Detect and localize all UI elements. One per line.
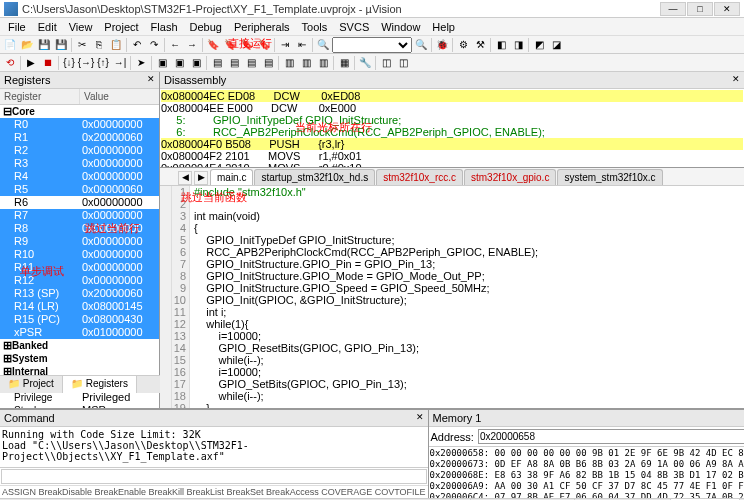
copy-icon[interactable]: ⎘ xyxy=(91,37,107,53)
code-line[interactable]: { xyxy=(194,222,744,234)
disasm-line[interactable]: 6: RCC_APB2PeriphClockCmd(RCC_APB2Periph… xyxy=(161,126,743,138)
tab-nav-fwd-icon[interactable]: ▶ xyxy=(194,171,208,185)
config-icon[interactable]: ⚙ xyxy=(455,37,471,53)
code-line[interactable]: GPIO_InitStructure.GPIO_Speed = GPIO_Spe… xyxy=(194,282,744,294)
menu-file[interactable]: File xyxy=(2,19,32,35)
registers-window-icon[interactable]: ▤ xyxy=(209,55,225,71)
code-line[interactable] xyxy=(194,198,744,210)
command-input[interactable] xyxy=(1,469,427,484)
open-icon[interactable]: 📂 xyxy=(19,37,35,53)
build-icon[interactable]: ⚒ xyxy=(472,37,488,53)
nav-fwd-icon[interactable]: → xyxy=(184,37,200,53)
register-row[interactable]: R14 (LR)0x08000145 xyxy=(0,300,159,313)
find-in-files-icon[interactable]: 🔍 xyxy=(413,37,429,53)
disasm-line[interactable]: 0x080004EC ED08 DCW 0xED08 xyxy=(161,90,743,102)
step-into-icon[interactable]: {↓} xyxy=(61,55,77,71)
code-line[interactable]: } xyxy=(194,402,744,408)
menu-help[interactable]: Help xyxy=(426,19,461,35)
menu-edit[interactable]: Edit xyxy=(32,19,63,35)
redo-icon[interactable]: ↷ xyxy=(146,37,162,53)
menu-flash[interactable]: Flash xyxy=(145,19,184,35)
new-icon[interactable]: 📄 xyxy=(2,37,18,53)
symbols-icon[interactable]: ▣ xyxy=(188,55,204,71)
source-tab[interactable]: system_stm32f10x.c xyxy=(557,169,662,185)
extra2-icon[interactable]: ◫ xyxy=(395,55,411,71)
tool4-icon[interactable]: ◪ xyxy=(548,37,564,53)
memory-addr-input[interactable] xyxy=(478,429,744,444)
menu-view[interactable]: View xyxy=(63,19,99,35)
callstack-window-icon[interactable]: ▤ xyxy=(226,55,242,71)
register-row[interactable]: R100x00000000 xyxy=(0,248,159,261)
disasm-line[interactable]: 0x080004F2 2101 MOVS r1,#0x01 xyxy=(161,150,743,162)
register-row[interactable]: R90x00000000 xyxy=(0,235,159,248)
register-row[interactable]: R120x00000000 xyxy=(0,274,159,287)
register-group[interactable]: ⊞Banked xyxy=(0,339,159,352)
registers-close-icon[interactable]: ✕ xyxy=(147,74,155,86)
debug-icon[interactable]: 🐞 xyxy=(434,37,450,53)
watch-window-icon[interactable]: ▤ xyxy=(243,55,259,71)
menu-project[interactable]: Project xyxy=(98,19,144,35)
extra1-icon[interactable]: ◫ xyxy=(378,55,394,71)
register-row[interactable]: StackMSP xyxy=(0,404,159,408)
analysis-window-icon[interactable]: ▥ xyxy=(298,55,314,71)
menu-peripherals[interactable]: Peripherals xyxy=(228,19,296,35)
code-line[interactable]: GPIO_InitStructure.GPIO_Mode = GPIO_Mode… xyxy=(194,270,744,282)
indent-icon[interactable]: ⇥ xyxy=(277,37,293,53)
register-row[interactable]: R30x00000000 xyxy=(0,157,159,170)
memory-body[interactable]: 0x20000658: 00 00 00 00 00 00 9B 01 2E 9… xyxy=(429,447,745,498)
code-line[interactable]: GPIO_SetBits(GPIOC, GPIO_Pin_13); xyxy=(194,378,744,390)
save-all-icon[interactable]: 💾 xyxy=(53,37,69,53)
code-line[interactable]: GPIO_ResetBits(GPIOC, GPIO_Pin_13); xyxy=(194,342,744,354)
register-row[interactable]: R110x00000000 xyxy=(0,261,159,274)
trace-window-icon[interactable]: ▥ xyxy=(315,55,331,71)
disasm-line[interactable]: 0x080004F0 B508 PUSH {r3,lr} xyxy=(161,138,743,150)
register-row[interactable]: R40x00000000 xyxy=(0,170,159,183)
code-line[interactable]: GPIO_InitTypeDef GPIO_InitStructure; xyxy=(194,234,744,246)
find-combo[interactable] xyxy=(332,37,412,53)
bookmark-next-icon[interactable]: 🔖 xyxy=(239,37,255,53)
reset-icon[interactable]: ⟲ xyxy=(2,55,18,71)
register-row[interactable]: R15 (PC)0x08000430 xyxy=(0,313,159,326)
paste-icon[interactable]: 📋 xyxy=(108,37,124,53)
maximize-button[interactable]: □ xyxy=(687,2,713,16)
bookmark-clear-icon[interactable]: 🔖 xyxy=(256,37,272,53)
step-out-icon[interactable]: {↑} xyxy=(95,55,111,71)
cut-icon[interactable]: ✂ xyxy=(74,37,90,53)
close-button[interactable]: ✕ xyxy=(714,2,740,16)
memory-window-icon[interactable]: ▤ xyxy=(260,55,276,71)
serial-window-icon[interactable]: ▥ xyxy=(281,55,297,71)
stop-icon[interactable]: ⏹ xyxy=(40,55,56,71)
tab-nav-back-icon[interactable]: ◀ xyxy=(178,171,192,185)
register-row[interactable]: R00x00000000 xyxy=(0,118,159,131)
minimize-button[interactable]: — xyxy=(660,2,686,16)
register-row[interactable]: R80x00000000 xyxy=(0,222,159,235)
code-line[interactable]: RCC_APB2PeriphClockCmd(RCC_APB2Periph_GP… xyxy=(194,246,744,258)
code-line[interactable]: #include "stm32f10x.h" xyxy=(194,186,744,198)
disasm-line[interactable]: 5: GPIO_InitTypeDef GPIO_InitStructure; xyxy=(161,114,743,126)
registers-body[interactable]: ⊟CoreR00x00000000R10x20000060R20x0000000… xyxy=(0,105,159,408)
disasm-line[interactable]: 0x080004EE E000 DCW 0xE000 xyxy=(161,102,743,114)
source-tab[interactable]: startup_stm32f10x_hd.s xyxy=(254,169,375,185)
tab-registers[interactable]: 📁 Registers xyxy=(63,376,137,393)
show-next-icon[interactable]: ➤ xyxy=(133,55,149,71)
step-over-icon[interactable]: {→} xyxy=(78,55,94,71)
register-group[interactable]: ⊞System xyxy=(0,352,159,365)
code-line[interactable]: while(i--); xyxy=(194,390,744,402)
tool2-icon[interactable]: ◨ xyxy=(510,37,526,53)
register-row[interactable]: R13 (SP)0x20000060 xyxy=(0,287,159,300)
code-line[interactable]: i=10000; xyxy=(194,366,744,378)
outdent-icon[interactable]: ⇤ xyxy=(294,37,310,53)
toolbox-icon[interactable]: 🔧 xyxy=(357,55,373,71)
code-line[interactable]: int i; xyxy=(194,306,744,318)
source-tab[interactable]: stm32f10x_gpio.c xyxy=(464,169,556,185)
tab-project[interactable]: 📁 Project xyxy=(0,376,63,393)
bookmark-icon[interactable]: 🔖 xyxy=(205,37,221,53)
source-tab[interactable]: main.c xyxy=(210,169,253,185)
register-row[interactable]: R70x00000000 xyxy=(0,209,159,222)
disasm-line[interactable]: 0x080004F4 2010 MOVS r0,#0x10 xyxy=(161,162,743,167)
register-row[interactable]: R10x20000060 xyxy=(0,131,159,144)
save-icon[interactable]: 💾 xyxy=(36,37,52,53)
code-line[interactable]: while(1){ xyxy=(194,318,744,330)
tool3-icon[interactable]: ◩ xyxy=(531,37,547,53)
disasm-window-icon[interactable]: ▣ xyxy=(171,55,187,71)
